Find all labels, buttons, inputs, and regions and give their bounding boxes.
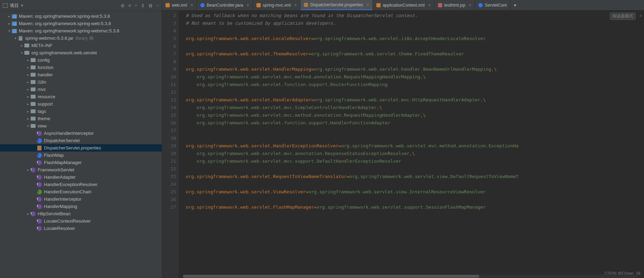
tree-node[interactable]: ▸theme [0, 115, 162, 122]
sidebar-title[interactable]: 项目 ▾ [3, 2, 23, 9]
tree-node[interactable]: ▸i18n [0, 78, 162, 86]
tree-node-label: FrameworkServlet [38, 167, 74, 172]
close-icon[interactable]: × [428, 3, 431, 8]
chevron-right-icon[interactable]: ▸ [25, 168, 31, 172]
close-icon[interactable]: × [191, 3, 193, 8]
expand-icon[interactable]: » [639, 13, 642, 18]
interface-icon: I [37, 204, 42, 209]
tree-node[interactable]: ▾Maven: org.springframework:spring-webmv… [0, 27, 162, 34]
scrollbar-thumb[interactable] [183, 275, 479, 278]
code-line: org.springframework.web.servlet.LocaleRe… [186, 35, 644, 43]
tree-node-label: FlashMap [44, 153, 64, 158]
chevron-down-icon[interactable]: ▾ [25, 124, 31, 128]
editor-tab[interactable]: spring-mvc.xml× [253, 0, 301, 10]
editor-tab[interactable]: web.xml× [162, 0, 197, 10]
collapse-all-icon[interactable]: ÷ [135, 3, 137, 8]
project-tree[interactable]: ▸Maven: org.springframework:spring-test:… [0, 11, 162, 278]
java-file-icon [478, 3, 483, 7]
code-line: org.springframework.web.servlet.function… [186, 81, 644, 88]
editor-tab[interactable]: ServletCont [475, 0, 511, 10]
folder-icon [31, 87, 36, 92]
tree-node[interactable]: IHandlerMapping [0, 203, 162, 210]
tree-node[interactable]: ▸resource [0, 93, 162, 100]
tabs-overflow[interactable]: ▾ [511, 0, 520, 10]
close-icon[interactable]: × [367, 2, 369, 7]
chevron-down-icon[interactable]: ▾ [19, 51, 24, 55]
hide-icon[interactable]: − [156, 3, 159, 8]
locate-icon[interactable]: ⊕ [121, 3, 125, 8]
tab-label: testhtml.jsp [444, 3, 466, 8]
close-icon[interactable]: × [247, 3, 249, 8]
prop-file-icon [304, 3, 308, 7]
project-view-icon [3, 3, 8, 8]
chevron-right-icon[interactable]: ▸ [25, 80, 31, 84]
tree-node[interactable]: ▾view [0, 122, 162, 130]
tree-node[interactable]: ▸function [0, 64, 162, 71]
maven-icon [12, 21, 17, 26]
tree-node[interactable]: DispatcherServlet.properties [0, 144, 162, 152]
tree-node[interactable]: IFlashMapManager [0, 159, 162, 166]
chevron-right-icon[interactable]: ▸ [25, 212, 31, 216]
chevron-right-icon[interactable]: ▸ [25, 73, 31, 77]
editor-tab[interactable]: BeanController.java× [197, 0, 253, 10]
reader-mode-badge[interactable]: 阅读器模式 [610, 13, 636, 20]
tree-node[interactable]: IHandlerAdapter [0, 173, 162, 181]
code-content[interactable]: # Used as fallback when no matching bean… [179, 10, 644, 278]
code-line: # Not meant to be customized by applicat… [186, 20, 644, 27]
sort-icon[interactable]: ⇕ [141, 3, 145, 8]
tree-node[interactable]: IAsyncHandlerInterceptor [0, 130, 162, 137]
maven-icon [12, 29, 17, 33]
tree-node[interactable]: ▸IFrameworkServlet [0, 166, 162, 173]
code-line [186, 58, 644, 65]
chevron-right-icon[interactable]: ▸ [25, 65, 31, 69]
tree-node[interactable]: ▸IHttpServletBean [0, 210, 162, 217]
interface-icon: I [37, 160, 42, 165]
tree-node[interactable]: ▸Maven: org.springframework:spring-test:… [0, 13, 162, 20]
chevron-right-icon[interactable]: ▸ [6, 22, 12, 25]
tree-node[interactable]: ▾org.springframework.web.servlet [0, 49, 162, 56]
chevron-right-icon[interactable]: ▸ [19, 44, 24, 47]
code-line [186, 180, 644, 188]
tree-node-label: LocaleContextResolver [44, 218, 91, 224]
chevron-right-icon[interactable]: ▸ [25, 87, 31, 91]
tree-node[interactable]: IHandlerInterceptor [0, 195, 162, 203]
chevron-right-icon[interactable]: ▸ [25, 117, 31, 121]
code-line: org.springframework.web.servlet.HandlerA… [186, 96, 644, 104]
expand-all-icon[interactable]: ≡ [128, 3, 131, 8]
horizontal-scrollbar[interactable] [183, 275, 638, 278]
folder-icon [31, 94, 36, 99]
tree-node[interactable]: ▸config [0, 56, 162, 64]
tree-node[interactable]: ▸tags [0, 108, 162, 115]
folder-icon [31, 102, 36, 107]
chevron-right-icon[interactable]: ▸ [6, 14, 12, 18]
tree-node[interactable]: ▸support [0, 100, 162, 108]
chevron-down-icon[interactable]: ▾ [13, 36, 18, 40]
tree-node[interactable]: ILocaleResolver [0, 225, 162, 232]
chevron-right-icon[interactable]: ▸ [25, 102, 31, 106]
editor-tab[interactable]: applicationContext.xml× [373, 0, 435, 10]
tree-node[interactable]: ▸mvc [0, 86, 162, 93]
tree-node[interactable]: ▸Maven: org.springframework:spring-web:5… [0, 20, 162, 27]
tree-node[interactable]: CHandlerExecutionChain [0, 188, 162, 195]
close-icon[interactable]: × [469, 3, 471, 8]
editor-tab[interactable]: DispatcherServlet.properties× [300, 0, 373, 10]
folder-icon [31, 72, 36, 77]
settings-icon[interactable]: ✿ [148, 3, 153, 8]
chevron-right-icon[interactable]: ▸ [25, 95, 31, 99]
xml-file-icon [166, 3, 170, 7]
tree-node[interactable]: ILocaleContextResolver [0, 217, 162, 225]
tree-node[interactable]: CDispatcherServlet [0, 137, 162, 144]
tree-node[interactable]: ▸handler [0, 71, 162, 78]
tree-node[interactable]: CFlashMap [0, 152, 162, 159]
tab-label: DispatcherServlet.properties [310, 2, 363, 7]
chevron-right-icon[interactable]: ▸ [25, 109, 31, 113]
chevron-right-icon[interactable]: ▸ [25, 58, 31, 62]
chevron-down-icon[interactable]: ▾ [6, 29, 12, 33]
code-line: org.springframework.web.servlet.function… [186, 119, 644, 127]
tree-node[interactable]: IHandlerExceptionResolver [0, 181, 162, 188]
close-icon[interactable]: × [294, 3, 297, 8]
tree-node[interactable]: ▸META-INF [0, 42, 162, 49]
tab-label: ServletCont [485, 3, 507, 8]
editor-tab[interactable]: testhtml.jsp× [435, 0, 475, 10]
tree-node[interactable]: ▾spring-webmvc-5.3.8.jarlibrary 根 [0, 34, 162, 42]
